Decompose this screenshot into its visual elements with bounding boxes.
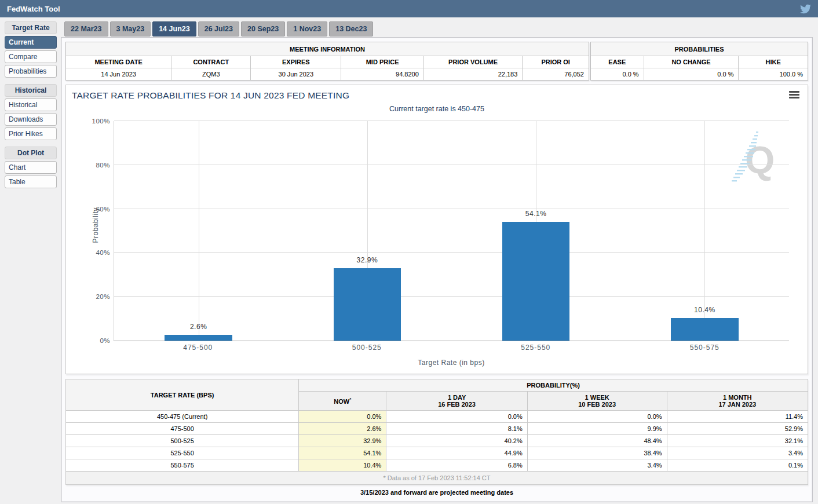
sidebar-header-target-rate: Target Rate: [5, 21, 57, 34]
bar: [334, 268, 401, 341]
tab-1nov23[interactable]: 1 Nov23: [287, 21, 327, 36]
col-header-now: NOW*: [299, 392, 386, 411]
gridline: [114, 120, 789, 121]
gridline: [199, 121, 199, 341]
projected-meetings-note: 3/15/2023 and forward are projected meet…: [65, 485, 808, 498]
meeting-value-contract: ZQM3: [171, 68, 251, 80]
bar-value-label: 2.6%: [190, 323, 207, 331]
table-row: 475-5002.6%8.1%9.9%52.9%: [66, 423, 808, 435]
layout: Target Rate Current Compare Probabilitie…: [0, 17, 818, 502]
meeting-value-expires: 30 Jun 2023: [251, 68, 341, 80]
data-footnote: * Data as of 17 Feb 2023 11:52:14 CT: [66, 472, 808, 485]
cell-target-rate: 475-500: [66, 423, 299, 435]
probability-group-header: PROBABILITY(%): [299, 379, 808, 392]
x-axis-category-labels: 475-500500-525525-550550-575: [114, 344, 789, 354]
gridline: [114, 296, 789, 297]
x-category-label: 475-500: [183, 344, 213, 352]
meeting-col-mid-price: MID PRICE: [341, 56, 424, 68]
cell-target-rate: 500-525: [66, 435, 299, 447]
cell-value: 0.1%: [667, 459, 808, 472]
chart-area: Probability Q: [114, 121, 789, 341]
cell-value: 38.4%: [527, 447, 667, 459]
now-asterisk: *: [349, 397, 351, 402]
cell-value: 6.8%: [386, 459, 527, 472]
col-header-1-month: 1 MONTH17 JAN 2023: [667, 392, 808, 411]
sidebar-item-current[interactable]: Current: [5, 36, 57, 49]
meeting-info-values: 14 Jun 2023 ZQM3 30 Jun 2023 94.8200 22,…: [66, 68, 589, 80]
sidebar-item-prior-hikes[interactable]: Prior Hikes: [5, 127, 57, 140]
sidebar-header-dot-plot: Dot Plot: [5, 147, 57, 159]
sidebar-item-table[interactable]: Table: [5, 176, 57, 188]
sidebar-group-historical: Historical Historical Downloads Prior Hi…: [5, 84, 57, 140]
meeting-info-title: MEETING INFORMATION: [66, 42, 589, 56]
cell-target-rate: 525-550: [66, 447, 299, 459]
table-row: 450-475 (Current)0.0%0.0%0.0%11.4%: [66, 411, 808, 423]
sidebar: Target Rate Current Compare Probabilitie…: [5, 21, 57, 502]
gridline: [114, 209, 789, 209]
y-tick-label: 80%: [96, 162, 110, 169]
table-row: 550-57510.4%6.8%3.4%0.1%: [66, 459, 808, 472]
cell-value: 8.1%: [386, 423, 527, 435]
meeting-info-table: MEETING INFORMATION MEETING DATE CONTRAC…: [65, 42, 589, 81]
sidebar-item-historical[interactable]: Historical: [5, 98, 57, 111]
sidebar-item-chart[interactable]: Chart: [5, 161, 57, 174]
tab-13dec23[interactable]: 13 Dec23: [329, 21, 373, 36]
x-category-label: 550-575: [690, 344, 720, 352]
sidebar-header-historical: Historical: [5, 84, 57, 97]
app-header: FedWatch Tool: [0, 0, 818, 17]
y-tick-label: 40%: [96, 249, 110, 256]
sidebar-group-target-rate: Target Rate Current Compare Probabilitie…: [5, 21, 57, 78]
tab-3may23[interactable]: 3 May23: [110, 21, 151, 36]
tab-14jun23[interactable]: 14 Jun23: [152, 21, 196, 36]
one-month-date: 17 JAN 2023: [672, 401, 803, 408]
twitter-icon[interactable]: [800, 3, 811, 14]
sidebar-item-probabilities[interactable]: Probabilities: [5, 65, 57, 78]
cell-value: 9.9%: [527, 423, 667, 435]
cell-now: 32.9%: [299, 435, 386, 447]
cell-value: 52.9%: [667, 423, 808, 435]
history-table: TARGET RATE (BPS) PROBABILITY(%) NOW* 1 …: [65, 379, 808, 485]
probabilities-title: PROBABILITIES: [591, 42, 808, 56]
tab-22mar23[interactable]: 22 Mar23: [64, 21, 108, 36]
meeting-value-mid-price: 94.8200: [341, 68, 424, 80]
meeting-col-expires: EXPIRES: [251, 56, 341, 68]
app-title: FedWatch Tool: [7, 5, 60, 13]
cell-target-rate: 450-475 (Current): [66, 411, 299, 423]
meeting-col-prior-oi: PRIOR OI: [523, 56, 589, 68]
one-day-label: 1 DAY: [391, 394, 522, 401]
probabilities-table: PROBABILITIES EASE NO CHANGE HIKE 0.0 % …: [590, 42, 808, 81]
col-header-1-day: 1 DAY16 FEB 2023: [386, 392, 527, 411]
meeting-col-meeting-date: MEETING DATE: [66, 56, 171, 68]
meeting-value-date: 14 Jun 2023: [66, 68, 171, 80]
cell-value: 3.4%: [667, 447, 808, 459]
tab-26jul23[interactable]: 26 Jul23: [198, 21, 239, 36]
cell-value: 0.0%: [386, 411, 527, 423]
cell-target-rate: 550-575: [66, 459, 299, 472]
prob-value-hike: 100.0 %: [739, 68, 808, 80]
y-tick-label: 20%: [96, 293, 110, 300]
chart-plot: Q: [114, 121, 789, 341]
tab-20sep23[interactable]: 20 Sep23: [241, 21, 285, 36]
x-category-label: 525-550: [521, 344, 550, 352]
bar: [502, 222, 570, 341]
chart-title: TARGET RATE PROBABILITIES FOR 14 JUN 202…: [72, 90, 802, 101]
target-rate-bps-header: TARGET RATE (BPS): [66, 379, 299, 411]
probabilities-headers: EASE NO CHANGE HIKE: [591, 56, 808, 68]
y-tick-label: 0%: [100, 337, 110, 344]
cell-value: 44.9%: [386, 447, 527, 459]
meeting-info-headers: MEETING DATE CONTRACT EXPIRES MID PRICE …: [66, 56, 589, 68]
cell-value: 0.0%: [527, 411, 667, 423]
prob-value-no-change: 0.0 %: [644, 68, 739, 80]
gridline: [114, 165, 789, 165]
cell-value: 40.2%: [386, 435, 527, 447]
main: 22 Mar23 3 May23 14 Jun23 26 Jul23 20 Se…: [61, 21, 813, 502]
chart-menu-icon[interactable]: [789, 91, 799, 100]
bar: [671, 318, 739, 341]
prob-col-hike: HIKE: [739, 56, 808, 68]
cell-now: 0.0%: [299, 411, 386, 423]
sidebar-item-downloads[interactable]: Downloads: [5, 113, 57, 126]
sidebar-item-compare[interactable]: Compare: [5, 50, 57, 63]
content-panel: MEETING INFORMATION MEETING DATE CONTRAC…: [61, 37, 813, 502]
bar: [165, 335, 232, 341]
bar-value-label: 10.4%: [694, 306, 715, 314]
